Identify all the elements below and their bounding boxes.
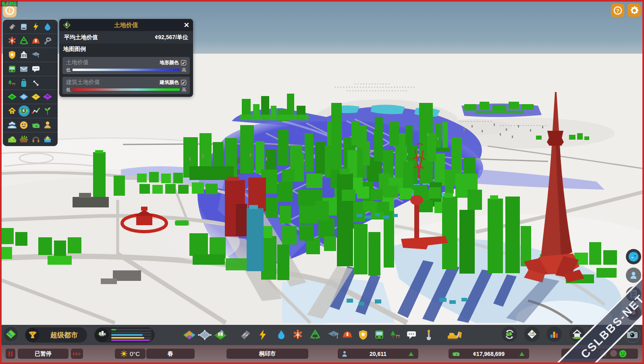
svg-text:?: ? <box>616 8 619 13</box>
svg-text:¢: ¢ <box>22 108 25 113</box>
